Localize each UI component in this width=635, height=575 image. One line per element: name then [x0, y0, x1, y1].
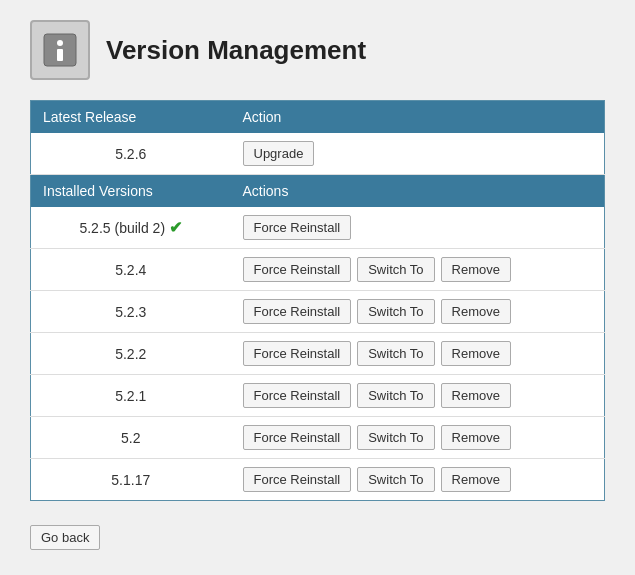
- installed-version-row: 5.2.1Force ReinstallSwitch ToRemove: [31, 375, 605, 417]
- col-installed-versions: Installed Versions: [31, 175, 231, 208]
- force-reinstall-button[interactable]: Force Reinstall: [243, 383, 352, 408]
- version-action-group: Force ReinstallSwitch ToRemove: [243, 425, 593, 450]
- version-number: 5.2.3: [31, 291, 231, 333]
- version-actions-cell: Force ReinstallSwitch ToRemove: [231, 291, 605, 333]
- go-back-button[interactable]: Go back: [30, 525, 100, 550]
- version-action-group: Force ReinstallSwitch ToRemove: [243, 341, 593, 366]
- version-number: 5.2: [31, 417, 231, 459]
- upgrade-button[interactable]: Upgrade: [243, 141, 315, 166]
- remove-button[interactable]: Remove: [441, 425, 511, 450]
- go-back-section: Go back: [30, 525, 100, 550]
- version-actions-cell: Force ReinstallSwitch ToRemove: [231, 417, 605, 459]
- version-number: 5.2.1: [31, 375, 231, 417]
- force-reinstall-button[interactable]: Force Reinstall: [243, 467, 352, 492]
- switch-to-button[interactable]: Switch To: [357, 425, 434, 450]
- version-action-group: Force ReinstallSwitch ToRemove: [243, 383, 593, 408]
- version-actions-cell: Force ReinstallSwitch ToRemove: [231, 333, 605, 375]
- installed-version-row: 5.2.3Force ReinstallSwitch ToRemove: [31, 291, 605, 333]
- switch-to-button[interactable]: Switch To: [357, 467, 434, 492]
- latest-release-actions: Upgrade: [231, 133, 605, 175]
- page-title: Version Management: [106, 35, 366, 66]
- force-reinstall-button[interactable]: Force Reinstall: [243, 425, 352, 450]
- installed-version-row: 5.2.4Force ReinstallSwitch ToRemove: [31, 249, 605, 291]
- latest-release-row: 5.2.6 Upgrade: [31, 133, 605, 175]
- installed-version-row: 5.2Force ReinstallSwitch ToRemove: [31, 417, 605, 459]
- page-header: Version Management: [30, 20, 366, 80]
- current-version-text: 5.2.5 (build 2): [79, 220, 165, 236]
- upgrade-action-group: Upgrade: [243, 141, 593, 166]
- installed-version-row: 5.2.5 (build 2)✔Force Reinstall: [31, 207, 605, 249]
- remove-button[interactable]: Remove: [441, 467, 511, 492]
- col-actions: Actions: [231, 175, 605, 208]
- svg-point-1: [57, 40, 63, 46]
- switch-to-button[interactable]: Switch To: [357, 383, 434, 408]
- remove-button[interactable]: Remove: [441, 257, 511, 282]
- installed-version-row: 5.2.2Force ReinstallSwitch ToRemove: [31, 333, 605, 375]
- current-version-label: 5.2.5 (build 2)✔: [43, 218, 219, 237]
- latest-release-header: Latest Release Action: [31, 101, 605, 134]
- version-action-group: Force ReinstallSwitch ToRemove: [243, 467, 593, 492]
- force-reinstall-button[interactable]: Force Reinstall: [243, 299, 352, 324]
- latest-version-value: 5.2.6: [31, 133, 231, 175]
- remove-button[interactable]: Remove: [441, 299, 511, 324]
- version-number: 5.2.4: [31, 249, 231, 291]
- col-latest-release: Latest Release: [31, 101, 231, 134]
- version-actions-cell: Force ReinstallSwitch ToRemove: [231, 249, 605, 291]
- col-action: Action: [231, 101, 605, 134]
- installed-version-row: 5.1.17Force ReinstallSwitch ToRemove: [31, 459, 605, 501]
- version-number: 5.1.17: [31, 459, 231, 501]
- force-reinstall-button[interactable]: Force Reinstall: [243, 341, 352, 366]
- version-action-group: Force Reinstall: [243, 215, 593, 240]
- version-action-group: Force ReinstallSwitch ToRemove: [243, 257, 593, 282]
- version-table: Latest Release Action 5.2.6 Upgrade Inst…: [30, 100, 605, 501]
- version-number: 5.2.2: [31, 333, 231, 375]
- switch-to-button[interactable]: Switch To: [357, 299, 434, 324]
- version-number: 5.2.5 (build 2)✔: [31, 207, 231, 249]
- remove-button[interactable]: Remove: [441, 341, 511, 366]
- version-actions-cell: Force ReinstallSwitch ToRemove: [231, 375, 605, 417]
- svg-rect-2: [57, 49, 63, 61]
- force-reinstall-button[interactable]: Force Reinstall: [243, 215, 352, 240]
- force-reinstall-button[interactable]: Force Reinstall: [243, 257, 352, 282]
- version-action-group: Force ReinstallSwitch ToRemove: [243, 299, 593, 324]
- app-icon: [30, 20, 90, 80]
- installed-versions-header: Installed Versions Actions: [31, 175, 605, 208]
- version-actions-cell: Force ReinstallSwitch ToRemove: [231, 459, 605, 501]
- info-icon-svg: [42, 32, 78, 68]
- switch-to-button[interactable]: Switch To: [357, 341, 434, 366]
- switch-to-button[interactable]: Switch To: [357, 257, 434, 282]
- remove-button[interactable]: Remove: [441, 383, 511, 408]
- version-actions-cell: Force Reinstall: [231, 207, 605, 249]
- current-version-checkmark: ✔: [169, 218, 182, 237]
